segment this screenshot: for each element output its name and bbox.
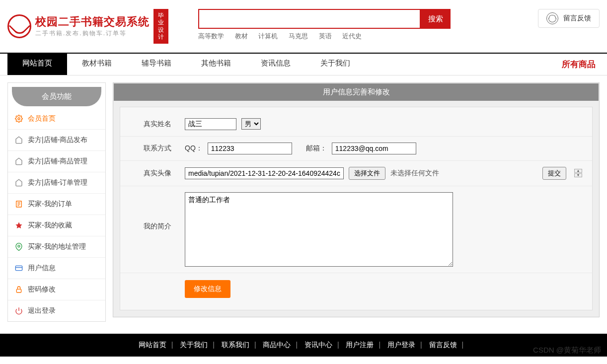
svg-rect-9 bbox=[16, 289, 21, 292]
main-title: 用户信息完善和修改 bbox=[114, 83, 599, 101]
logo-icon bbox=[7, 14, 31, 38]
nav-all-products[interactable]: 所有商品 bbox=[558, 54, 600, 75]
nav-home[interactable]: 网站首页 bbox=[7, 54, 67, 75]
sidebar-item-buyer-address[interactable]: 买家-我的地址管理 bbox=[8, 236, 105, 258]
sidebar-item-label: 卖方|店铺-订单管理 bbox=[28, 178, 87, 187]
sidebar: 会员功能 会员首页 卖方|店铺-商品发布 卖方|店铺-商品管理 卖方|店铺-订单… bbox=[7, 82, 106, 322]
number-stepper[interactable]: ▲ ▼ bbox=[574, 169, 582, 177]
sidebar-item-label: 会员首页 bbox=[28, 114, 56, 123]
headset-icon bbox=[546, 12, 558, 24]
label-contact: 联系方式 bbox=[130, 144, 185, 153]
site-title: 校园二手书籍交易系统 bbox=[35, 14, 150, 29]
sidebar-item-label: 密码修改 bbox=[28, 285, 56, 294]
power-icon bbox=[15, 307, 23, 315]
nav-news[interactable]: 资讯信息 bbox=[246, 54, 305, 75]
nav-textbook[interactable]: 教材书籍 bbox=[67, 54, 127, 75]
search-input[interactable] bbox=[198, 9, 421, 29]
feedback-label: 留言反馈 bbox=[563, 14, 591, 23]
sidebar-item-label: 卖方|店铺-商品管理 bbox=[28, 157, 87, 166]
footer-link[interactable]: 网站首页 bbox=[139, 341, 166, 349]
sidebar-item-member-home[interactable]: 会员首页 bbox=[8, 108, 105, 130]
qq-label: QQ： bbox=[185, 144, 203, 153]
sidebar-item-seller-publish[interactable]: 卖方|店铺-商品发布 bbox=[8, 130, 105, 151]
sidebar-title: 会员功能 bbox=[12, 87, 101, 106]
sidebar-item-seller-manage[interactable]: 卖方|店铺-商品管理 bbox=[8, 151, 105, 172]
mail-label: 邮箱： bbox=[306, 144, 327, 153]
svg-marker-5 bbox=[15, 222, 22, 228]
gender-select[interactable]: 男 bbox=[241, 118, 261, 130]
footer-link[interactable]: 商品中心 bbox=[263, 341, 291, 349]
logo[interactable]: 校园二手书籍交易系统 二手书籍.发布.购物车.订单等 毕业 设计 bbox=[7, 9, 168, 44]
chevron-down-icon[interactable]: ▼ bbox=[574, 173, 582, 177]
search-tag[interactable]: 计算机 bbox=[258, 32, 278, 40]
footer-link[interactable]: 联系我们 bbox=[222, 341, 249, 349]
avatar-submit-button[interactable]: 提交 bbox=[542, 167, 566, 180]
home-icon bbox=[15, 157, 23, 165]
file-status: 未选择任何文件 bbox=[390, 169, 439, 178]
sidebar-item-user-info[interactable]: 用户信息 bbox=[8, 258, 105, 279]
gear-icon bbox=[15, 115, 23, 123]
label-realname: 真实姓名 bbox=[130, 120, 185, 129]
avatar-path-input[interactable] bbox=[185, 167, 344, 179]
star-icon bbox=[15, 221, 23, 229]
footer-link[interactable]: 留言反馈 bbox=[429, 341, 457, 349]
footer-link[interactable]: 资讯中心 bbox=[304, 341, 332, 349]
realname-input[interactable] bbox=[185, 118, 236, 130]
card-icon bbox=[15, 264, 23, 272]
home-icon bbox=[15, 179, 23, 187]
site-subtitle: 二手书籍.发布.购物车.订单等 bbox=[35, 29, 150, 38]
main-panel: 用户信息完善和修改 真实姓名 男 联系方式 QQ： 邮箱： 真实头像 bbox=[113, 82, 600, 317]
email-input[interactable] bbox=[332, 143, 416, 154]
sidebar-item-label: 退出登录 bbox=[28, 306, 56, 315]
footer-link[interactable]: 用户登录 bbox=[387, 341, 415, 349]
search-tags: 高等数学 教材 计算机 马克思 英语 近代史 bbox=[198, 32, 451, 41]
sidebar-item-password[interactable]: 密码修改 bbox=[8, 279, 105, 300]
sidebar-item-logout[interactable]: 退出登录 bbox=[8, 300, 105, 321]
choose-file-button[interactable]: 选择文件 bbox=[349, 167, 385, 180]
submit-button[interactable]: 修改信息 bbox=[185, 280, 230, 298]
sidebar-item-label: 买家-我的订单 bbox=[28, 200, 72, 209]
svg-rect-7 bbox=[15, 266, 22, 270]
qq-input[interactable] bbox=[208, 143, 292, 154]
label-bio: 我的简介 bbox=[130, 192, 185, 231]
sidebar-item-label: 卖方|店铺-商品发布 bbox=[28, 136, 87, 145]
search-tag[interactable]: 马克思 bbox=[289, 32, 308, 40]
label-avatar: 真实头像 bbox=[130, 169, 185, 178]
footer-link[interactable]: 关于我们 bbox=[180, 341, 208, 349]
logo-badge: 毕业 设计 bbox=[153, 9, 168, 44]
location-icon bbox=[15, 243, 23, 251]
sidebar-item-buyer-favorites[interactable]: 买家-我的收藏 bbox=[8, 215, 105, 236]
footer-info: Copyright © 基于Python的Django框架二手书交易平台 某省I… bbox=[0, 357, 607, 364]
sidebar-item-label: 买家-我的收藏 bbox=[28, 221, 72, 230]
nav-other[interactable]: 其他书籍 bbox=[186, 54, 246, 75]
sidebar-item-label: 用户信息 bbox=[28, 264, 56, 273]
nav-about[interactable]: 关于我们 bbox=[305, 54, 365, 75]
home-icon bbox=[15, 136, 23, 144]
main-nav: 网站首页 教材书籍 辅导书籍 其他书籍 资讯信息 关于我们 所有商品 bbox=[0, 53, 607, 75]
sidebar-item-buyer-orders[interactable]: 买家-我的订单 bbox=[8, 194, 105, 215]
search-tag[interactable]: 教材 bbox=[235, 32, 248, 40]
search-tag[interactable]: 高等数学 bbox=[198, 32, 224, 40]
feedback-button[interactable]: 留言反馈 bbox=[538, 9, 600, 28]
search-tag[interactable]: 近代史 bbox=[342, 32, 362, 40]
search-button[interactable]: 搜索 bbox=[421, 9, 451, 29]
sidebar-item-seller-orders[interactable]: 卖方|店铺-订单管理 bbox=[8, 172, 105, 194]
nav-tutoring[interactable]: 辅导书籍 bbox=[127, 54, 186, 75]
svg-point-0 bbox=[18, 118, 20, 120]
footer-link[interactable]: 用户注册 bbox=[346, 341, 374, 349]
lock-icon bbox=[15, 286, 23, 293]
sidebar-item-label: 买家-我的地址管理 bbox=[28, 242, 86, 251]
bio-textarea[interactable]: 普通的工作者 bbox=[185, 192, 453, 267]
search-tag[interactable]: 英语 bbox=[319, 32, 332, 40]
footer-nav: 网站首页| 关于我们| 联系我们| 商品中心| 资讯中心| 用户注册| 用户登录… bbox=[0, 334, 607, 357]
svg-point-6 bbox=[18, 245, 20, 247]
chevron-up-icon[interactable]: ▲ bbox=[574, 169, 582, 173]
list-icon bbox=[15, 200, 23, 208]
